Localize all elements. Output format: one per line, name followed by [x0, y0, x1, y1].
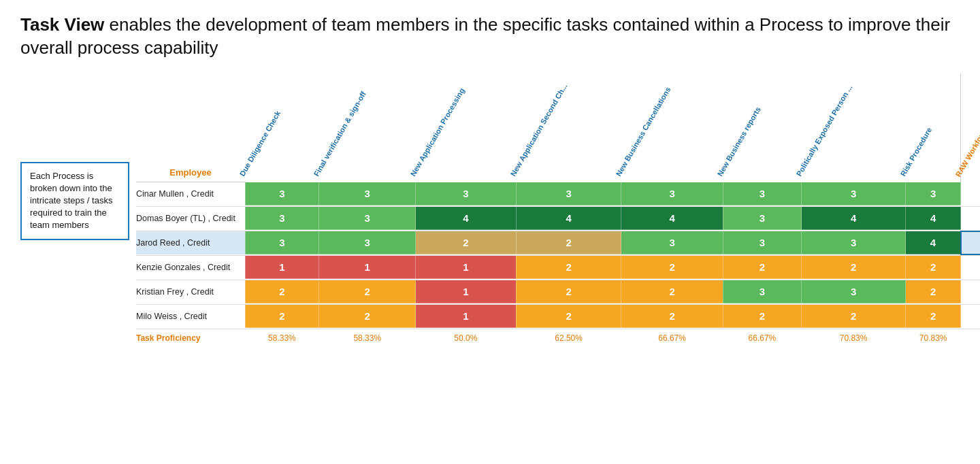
score-cell: 3 [319, 182, 416, 205]
score-cell: 2 [906, 256, 961, 279]
header-row: Employee Due Diligence Check Final verif… [136, 73, 980, 182]
col-header-1: Final verification & sign-off [319, 73, 416, 182]
table-row: Cinar Mullen , Credit3333333338/80/88@ L… [136, 182, 980, 205]
employee-name: Cinar Mullen , Credit [136, 182, 245, 205]
employee-name: Domas Boyer (TL) , Credit [136, 207, 245, 230]
employee-name: Kristian Frey , Credit [136, 280, 245, 303]
table-body: Cinar Mullen , Credit3333333338/80/88@ L… [136, 182, 980, 345]
proficiency-value: 62.50% [516, 329, 621, 345]
table-row: Kristian Frey , Credit221223322.122/80/8… [136, 280, 980, 303]
score-cell: 1 [416, 256, 517, 279]
raw-score: 2.12 [961, 280, 980, 303]
score-cell: 2 [516, 231, 621, 254]
score-cell: 2 [723, 305, 802, 328]
proficiency-row: Task Proficiency58.33%58.33%50.0%62.50%6… [136, 329, 980, 345]
proficiency-value: 66.67% [723, 329, 802, 345]
employee-name: Jarod Reed , Credit [136, 231, 245, 254]
score-cell: 3 [621, 231, 723, 254]
header-rest: enables the development of team members … [20, 14, 950, 58]
score-cell: 3 [723, 280, 802, 303]
employee-name: Milo Weiss , Credit [136, 305, 245, 328]
col-header-4: New Business Cancellations [621, 73, 723, 182]
score-cell: 3 [319, 207, 416, 230]
score-cell: 3 [245, 231, 319, 254]
score-cell: 4 [416, 207, 517, 230]
score-cell: 2 [245, 305, 319, 328]
score-cell: 4 [906, 231, 961, 254]
score-cell: 2 [516, 305, 621, 328]
left-annotation-text: Each Process is broken down into the int… [30, 171, 112, 231]
header-bold: Task View [20, 14, 104, 35]
score-cell: 1 [319, 256, 416, 279]
col-raw-workforce: RAW Workforce Proficiency [961, 73, 980, 182]
proficiency-label: Task Proficiency [136, 329, 245, 345]
score-cell: 4 [802, 207, 906, 230]
score-cell: 3 [245, 182, 319, 205]
col-header-3: New Application Second Ch... [516, 73, 621, 182]
score-cell: 2 [906, 305, 961, 328]
employee-column-header: Employee [136, 73, 245, 182]
proficiency-value: 58.33% [319, 329, 416, 345]
col-header-7: Risk Procedure [906, 73, 961, 182]
score-cell: 1 [416, 280, 517, 303]
score-cell: 2 [621, 280, 723, 303]
score-cell: 2 [516, 280, 621, 303]
table-wrapper: Employee Due Diligence Check Final verif… [136, 73, 980, 345]
raw-score: 2.88 [961, 231, 980, 254]
employee-name: Kenzie Gonzales , Credit [136, 256, 245, 279]
raw-score: 1.62 [961, 256, 980, 279]
score-cell: 3 [621, 182, 723, 205]
score-cell: 4 [621, 207, 723, 230]
score-cell: 3 [802, 231, 906, 254]
table-row: Milo Weiss , Credit221222221.880/80/84@ … [136, 305, 980, 328]
score-cell: 3 [723, 207, 802, 230]
proficiency-value: 66.67% [621, 329, 723, 345]
main-table: Employee Due Diligence Check Final verif… [136, 73, 980, 345]
score-cell: 2 [516, 256, 621, 279]
score-cell: 2 [906, 280, 961, 303]
score-cell: 2 [245, 280, 319, 303]
score-cell: 4 [906, 207, 961, 230]
score-cell: 2 [319, 280, 416, 303]
proficiency-value: 50.0% [416, 329, 517, 345]
raw-score: 3.62 [961, 207, 980, 230]
col-header-0: Due Diligence Check [245, 73, 319, 182]
raw-score: 3 [961, 182, 980, 205]
score-cell: 3 [245, 207, 319, 230]
page-container: Task View enables the development of tea… [0, 0, 980, 358]
score-cell: 3 [802, 182, 906, 205]
col-header-2: New Application Processing [416, 73, 517, 182]
score-cell: 3 [802, 280, 906, 303]
score-cell: 3 [319, 231, 416, 254]
proficiency-value: 70.83% [802, 329, 906, 345]
content-area: Each Process is broken down into the int… [20, 73, 960, 345]
score-cell: 3 [516, 182, 621, 205]
proficiency-value: 70.83% [906, 329, 961, 345]
table-row: Kenzie Gonzales , Credit111222221.620/80… [136, 256, 980, 279]
score-cell: 3 [723, 182, 802, 205]
raw-score: 1.88 [961, 305, 980, 328]
score-cell: 1 [416, 305, 517, 328]
col-header-5: New Business reports [723, 73, 802, 182]
score-cell: 2 [802, 256, 906, 279]
score-cell: 3 [906, 182, 961, 205]
score-cell: 3 [723, 231, 802, 254]
table-row: Domas Boyer (TL) , Credit334443443.628/8… [136, 207, 980, 230]
score-cell: 4 [516, 207, 621, 230]
score-cell: 2 [416, 231, 517, 254]
score-cell: 2 [621, 305, 723, 328]
col-header-6: Politically Exposed Person ... [802, 73, 906, 182]
score-cell: 2 [319, 305, 416, 328]
score-cell: 2 [621, 256, 723, 279]
score-cell: 3 [416, 182, 517, 205]
table-row: Jarod Reed , Credit332233342.886/81/88@ … [136, 231, 980, 254]
score-cell: 2 [802, 305, 906, 328]
proficiency-value: 58.33% [245, 329, 319, 345]
left-annotation-box: Each Process is broken down into the int… [20, 162, 129, 240]
score-cell: 2 [723, 256, 802, 279]
score-cell: 1 [245, 256, 319, 279]
page-header: Task View enables the development of tea… [20, 14, 960, 60]
